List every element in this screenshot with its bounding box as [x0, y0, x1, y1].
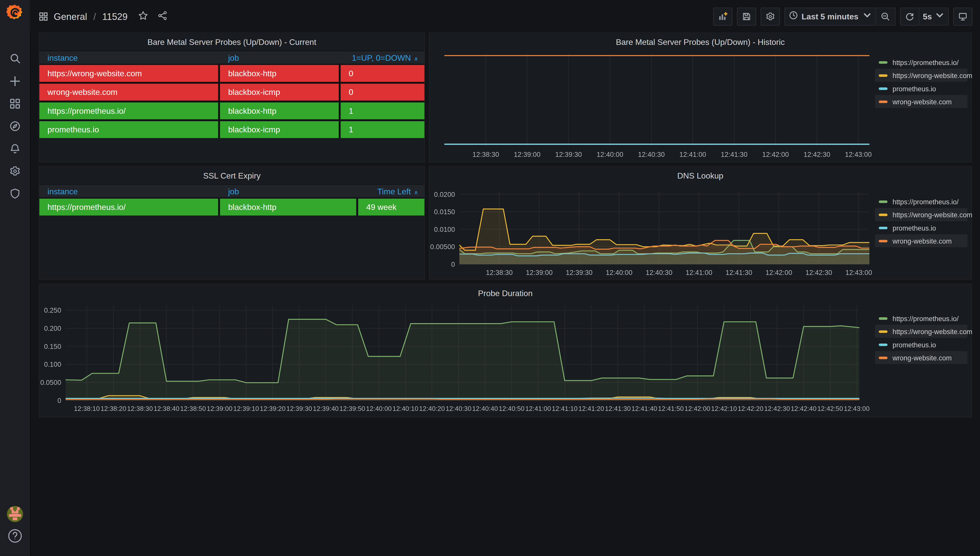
panel-title[interactable]: DNS Lookup: [429, 167, 971, 184]
legend-label[interactable]: https://wrong-website.com: [893, 211, 972, 218]
chevron-down-icon: [862, 11, 871, 23]
panel-title[interactable]: Bare Metal Server Probes (Up/Down) - Cur…: [39, 33, 424, 51]
sidebar-item-explore[interactable]: [0, 116, 30, 139]
legend-item[interactable]: prometheus.io: [875, 82, 967, 95]
refresh-button[interactable]: [900, 7, 919, 26]
table-cell: wrong-website.com: [39, 84, 218, 100]
legend-label[interactable]: wrong-website.com: [893, 354, 952, 361]
panel-title[interactable]: Bare Metal Server Probes (Up/Down) - His…: [429, 33, 971, 51]
svg-text:12:40:30: 12:40:30: [638, 151, 665, 158]
table-body: https://prometheus.io/blackbox-http49 we…: [39, 199, 424, 215]
svg-text:12:39:00: 12:39:00: [514, 151, 541, 158]
legend-item[interactable]: prometheus.io: [875, 338, 967, 351]
svg-text:12:40:00: 12:40:00: [597, 151, 624, 158]
probe-duration-legend: https://prometheus.io/https://wrong-webs…: [875, 312, 967, 364]
table-header-row: instancejobTime Left∧: [39, 184, 424, 199]
svg-text:0.0150: 0.0150: [434, 208, 455, 216]
sidebar-item-server-admin[interactable]: [0, 184, 30, 206]
dns-chart[interactable]: 12:38:3012:39:0012:39:3012:40:0012:40:30…: [429, 191, 872, 278]
legend-item[interactable]: https://wrong-website.com: [875, 325, 967, 338]
refresh-interval-picker[interactable]: 5s: [919, 7, 949, 26]
add-panel-button[interactable]: [713, 7, 732, 26]
svg-text:12:41:50: 12:41:50: [658, 405, 684, 412]
ssl-table: instancejobTime Left∧ https://prometheus…: [39, 184, 424, 215]
table-cell: https://prometheus.io/: [39, 102, 218, 120]
historic-chart[interactable]: 12:38:3012:39:0012:39:3012:40:0012:40:30…: [444, 54, 872, 161]
panel-probes-historic: Bare Metal Server Probes (Up/Down) - His…: [429, 32, 972, 162]
sidebar-item-alerting[interactable]: [0, 139, 30, 161]
svg-text:12:43:00: 12:43:00: [845, 151, 872, 158]
column-header[interactable]: instance: [39, 186, 218, 196]
svg-text:12:42:20: 12:42:20: [737, 405, 763, 412]
svg-text:12:40:20: 12:40:20: [419, 405, 445, 412]
legend-label[interactable]: wrong-website.com: [893, 98, 952, 105]
svg-text:12:42:30: 12:42:30: [803, 151, 831, 158]
legend-label[interactable]: prometheus.io: [893, 341, 936, 348]
legend-item[interactable]: https://wrong-website.com: [875, 69, 967, 82]
legend-item[interactable]: https://prometheus.io/: [875, 312, 967, 325]
legend-label[interactable]: https://prometheus.io/: [893, 198, 959, 205]
legend-label[interactable]: https://prometheus.io/: [893, 315, 959, 322]
panel-title[interactable]: SSL Cert Expiry: [39, 167, 424, 184]
top-navbar: General / 11529 Last 5 minutes: [30, 0, 980, 32]
probe-duration-chart[interactable]: 12:38:1012:38:2012:38:3012:38:4012:38:50…: [39, 305, 862, 415]
sidebar-item-configuration[interactable]: [0, 161, 30, 184]
svg-text:12:42:10: 12:42:10: [711, 405, 737, 412]
breadcrumb-page[interactable]: 11529: [102, 11, 128, 22]
save-dashboard-button[interactable]: [737, 7, 756, 26]
legend-swatch-icon: [879, 213, 888, 216]
favorite-star-icon[interactable]: [138, 10, 148, 22]
time-range-picker[interactable]: Last 5 minutes: [784, 7, 876, 26]
svg-text:0.0500: 0.0500: [40, 379, 61, 386]
svg-text:12:38:30: 12:38:30: [127, 405, 153, 412]
svg-text:12:38:30: 12:38:30: [486, 269, 513, 276]
cycle-view-mode-button[interactable]: [953, 7, 973, 26]
svg-text:12:40:00: 12:40:00: [606, 269, 633, 276]
table-cell: blackbox-http: [220, 65, 339, 82]
svg-text:12:38:20: 12:38:20: [100, 405, 126, 412]
legend-item[interactable]: wrong-website.com: [875, 95, 967, 108]
sidebar-item-dashboards[interactable]: [0, 94, 30, 116]
share-icon[interactable]: [158, 10, 168, 22]
table-cell: https://wrong-website.com: [39, 65, 218, 82]
zoom-out-button[interactable]: [876, 7, 895, 26]
column-header[interactable]: Time Left∧: [358, 186, 424, 196]
legend-label[interactable]: prometheus.io: [893, 224, 936, 231]
column-header[interactable]: job: [220, 53, 339, 62]
sidebar-item-search[interactable]: [0, 49, 30, 71]
legend-swatch-icon: [879, 343, 888, 346]
grafana-dashboard: General / 11529 Last 5 minutes: [0, 0, 980, 556]
legend-swatch-icon: [879, 356, 888, 359]
breadcrumb-section[interactable]: General: [54, 11, 87, 22]
table-cell: blackbox-icmp: [220, 84, 339, 100]
svg-text:0: 0: [451, 261, 455, 268]
sidebar: [0, 0, 31, 556]
legend-label[interactable]: prometheus.io: [893, 85, 936, 92]
help-icon[interactable]: [7, 528, 23, 544]
svg-text:12:40:50: 12:40:50: [499, 405, 525, 412]
legend-item[interactable]: https://wrong-website.com: [875, 208, 967, 221]
legend-item[interactable]: prometheus.io: [875, 221, 967, 234]
legend-item[interactable]: https://prometheus.io/: [875, 195, 967, 208]
column-header[interactable]: instance: [39, 53, 218, 62]
legend-label[interactable]: https://prometheus.io/: [893, 58, 959, 66]
column-header[interactable]: job: [220, 186, 356, 196]
legend-item[interactable]: wrong-website.com: [875, 351, 967, 364]
svg-text:12:40:10: 12:40:10: [392, 405, 418, 412]
table-cell: blackbox-http: [220, 102, 339, 120]
grafana-logo-icon[interactable]: [6, 4, 24, 21]
panel-title[interactable]: Probe Duration: [39, 284, 971, 302]
legend-label[interactable]: https://wrong-website.com: [893, 71, 972, 79]
sidebar-item-create[interactable]: [0, 71, 30, 94]
table-cell: 1: [341, 102, 424, 120]
legend-label[interactable]: wrong-website.com: [893, 237, 952, 244]
legend-item[interactable]: https://prometheus.io/: [875, 56, 967, 69]
dashboard-settings-button[interactable]: [760, 7, 780, 26]
legend-item[interactable]: wrong-website.com: [875, 234, 967, 247]
column-header[interactable]: 1=UP, 0=DOWN∧: [341, 53, 424, 62]
svg-text:0.150: 0.150: [44, 343, 61, 351]
legend-swatch-icon: [879, 74, 888, 76]
legend-label[interactable]: https://wrong-website.com: [893, 328, 972, 335]
user-avatar[interactable]: [7, 506, 23, 522]
dashboard-grid-icon[interactable]: [39, 11, 48, 21]
